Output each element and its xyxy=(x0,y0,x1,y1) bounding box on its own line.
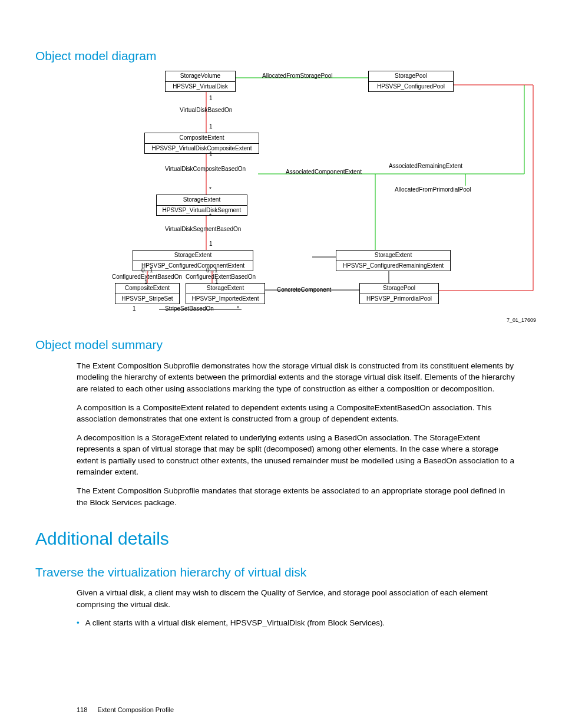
entity-title: StorageExtent xyxy=(336,251,450,261)
heading-object-model-diagram: Object model diagram xyxy=(35,47,527,65)
heading-additional-details: Additional details xyxy=(35,526,527,552)
label-configuredextentbasedon: ConfiguredExtentBasedOn xyxy=(186,273,256,282)
entity-sub: HPSVSP_ConfiguredRemainingExtent xyxy=(336,261,450,271)
entity-sub: HPSVSP_PrimordialPool xyxy=(360,294,438,304)
page-footer: 118 Extent Composition Profile xyxy=(77,706,527,715)
label-concretecomponent: ConcreteComponent xyxy=(277,286,331,295)
label-mult: 1 xyxy=(209,240,213,249)
label-mult: 1 xyxy=(209,94,213,103)
entity-title: StorageExtent xyxy=(186,284,265,294)
paragraph: Given a virtual disk, a client may wish … xyxy=(77,587,515,610)
label-mult: * xyxy=(209,212,211,221)
heading-object-model-summary: Object model summary xyxy=(35,336,527,354)
label-mult: 1 xyxy=(209,123,213,131)
entity-sub: HPSVSP_VirtualDisk xyxy=(166,82,235,92)
entity-sub: HPSVSP_VirtualDiskSegment xyxy=(157,206,247,216)
paragraph: A composition is a CompositeExtent relat… xyxy=(77,402,515,425)
entity-sub: HPSVSP_StripeSet xyxy=(115,294,179,304)
label-allocfromprimordialpool: AllocatedFromPrimordialPool xyxy=(395,186,471,195)
label-allocatedfromstoragepool: AllocatedFromStoragePool xyxy=(262,72,333,81)
paragraph: The Extent Composition Subprofile demons… xyxy=(77,360,515,395)
label-mult: 1 xyxy=(209,150,213,159)
entity-title: StorageExtent xyxy=(157,195,247,206)
entity-title: StorageVolume xyxy=(166,71,235,82)
object-model-diagram: StorageVolume HPSVSP_VirtualDisk Storage… xyxy=(100,71,536,324)
heading-traverse-hierarchy: Traverse the virtualization hierarchy of… xyxy=(35,564,527,581)
paragraph: A decomposition is a StorageExtent relat… xyxy=(77,432,515,478)
entity-sub: HPSVSP_ConfiguredPool xyxy=(369,82,453,92)
figure-number: 7_01_17609 xyxy=(507,317,536,324)
label-assocremainingextent: AssociatedRemainingExtent xyxy=(389,162,462,171)
label-mult: * xyxy=(237,305,239,314)
entity-sub: HPSVSP_VirtualDiskCompositeExtent xyxy=(145,144,259,154)
label-mult: 1 xyxy=(144,278,148,287)
label-virtualdiskcompositebasedon: VirtualDiskCompositeBasedOn xyxy=(165,165,246,174)
entity-title: StoragePool xyxy=(369,71,453,82)
list-item: A client starts with a virtual disk elem… xyxy=(77,617,515,629)
entity-sub: HPSVSP_ImportedExtent xyxy=(186,294,265,304)
label-mult: * xyxy=(209,186,211,195)
footer-section: Extent Composition Profile xyxy=(97,706,174,713)
paragraph: The Extent Composition Subprofile mandat… xyxy=(77,485,515,508)
entity-title: StoragePool xyxy=(360,284,438,294)
entity-title: StorageExtent xyxy=(133,251,253,261)
label-assoccomponentextent: AssociatedComponentExtent xyxy=(286,168,362,177)
label-mult: 1 xyxy=(133,305,136,314)
label-mult: 1 xyxy=(215,278,219,287)
label-virtualdiskbasedon: VirtualDiskBasedOn xyxy=(180,106,232,115)
entity-title: CompositeExtent xyxy=(145,133,259,144)
label-stripesetbasedon: StripeSetBasedOn xyxy=(165,305,214,314)
page-number: 118 xyxy=(77,706,87,713)
label-virtualdisksegmentbasedon: VirtualDiskSegmentBasedOn xyxy=(165,225,241,234)
